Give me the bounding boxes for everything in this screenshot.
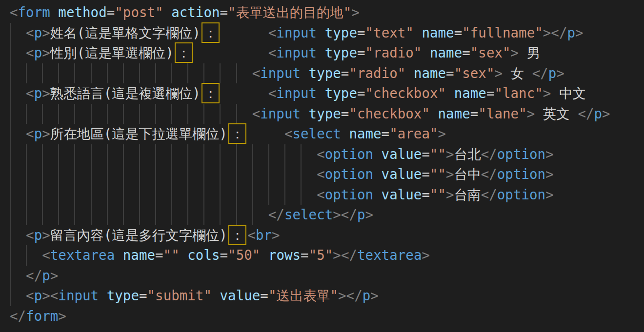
code-run: <form method="post" action="表單送出的目的地"> [10, 2, 360, 23]
token-eq: = [422, 146, 430, 162]
token-pun: < [268, 85, 277, 101]
token-pun: < [317, 187, 325, 202]
token-str: "radio" [365, 45, 422, 60]
token-plain [373, 146, 382, 162]
code-line-16: </form> [0, 306, 644, 327]
code-line-1: <form method="post" action="表單送出的目的地"> [0, 2, 644, 23]
code-editor[interactable]: <form method="post" action="表單送出的目的地"><p… [0, 0, 644, 332]
token-str: "" [430, 187, 446, 202]
token-plain [317, 85, 325, 101]
token-attr: type [107, 288, 139, 303]
indent-guides [10, 104, 237, 124]
token-str: "submit" [147, 288, 212, 303]
token-pun: ></ [333, 207, 357, 222]
token-str: "5" [309, 247, 333, 263]
token-pun: < [284, 126, 293, 141]
token-attr: name [349, 126, 381, 141]
token-pun: > [575, 25, 584, 40]
token-tag: option [325, 187, 373, 202]
indent-guides [10, 164, 302, 185]
token-attr: name [123, 247, 155, 263]
token-plain [212, 288, 220, 303]
token-str: "lanc" [494, 85, 543, 101]
token-pun: < [26, 126, 34, 141]
token-str: "radio" [349, 65, 405, 81]
token-plain [317, 25, 325, 40]
token-pun: > [370, 288, 379, 303]
token-pun: > [602, 106, 610, 121]
token-plain [341, 126, 349, 141]
token-pun: </ [481, 166, 497, 182]
code-run: <input type="checkbox" name="lanc"> 中文 [268, 83, 586, 104]
token-tag: select [284, 207, 333, 222]
token-str: "sex" [454, 65, 495, 81]
code-line-11: </select></p> [0, 205, 644, 225]
token-plain: 台南 [454, 187, 481, 202]
token-pun: </ [10, 308, 26, 324]
code-line-8: <option value="">台北</option> [0, 144, 644, 165]
indent-guides [10, 124, 11, 144]
token-pun: < [26, 85, 34, 101]
token-plain: 所在地區(這是下拉選單欄位) [50, 126, 227, 141]
token-pun: </ [481, 187, 497, 202]
token-eq: = [220, 247, 228, 263]
code-run: <p>所在地區(這是下拉選單欄位)： [26, 124, 247, 144]
indent-guides [10, 63, 237, 84]
token-eq: = [486, 85, 495, 101]
token-pun: </ [532, 65, 548, 81]
token-pun: < [317, 166, 325, 182]
token-pun: > [272, 227, 280, 243]
token-pun: > [351, 4, 360, 20]
token-plain: 姓名(這是單格文字欄位) [50, 25, 201, 40]
token-pun: > [42, 85, 50, 101]
token-plain: 留言內容(這是多行文字欄位) [50, 227, 227, 243]
indent-guides [10, 185, 302, 205]
token-pun: > [545, 187, 554, 202]
token-tag: textarea [357, 247, 422, 263]
indent-guides [10, 205, 253, 225]
token-tag: input [260, 106, 301, 121]
token-pun: > [511, 45, 519, 60]
token-tag: input [276, 25, 317, 40]
token-attr: cols [187, 247, 220, 263]
token-plain [180, 247, 188, 263]
token-pun: < [10, 4, 18, 20]
token-eq: = [107, 4, 115, 20]
token-attr: name [454, 85, 486, 101]
token-eq: = [155, 247, 163, 263]
indent-guides [10, 144, 302, 165]
code-run: <p>留言內容(這是多行文字欄位)：<br> [26, 225, 280, 246]
token-plain: 台北 [454, 146, 481, 162]
token-str: "sex" [470, 45, 511, 60]
token-tag: p [34, 227, 42, 243]
token-pun: < [268, 25, 277, 40]
token-tag: p [34, 288, 42, 303]
token-tag: select [292, 126, 341, 141]
token-attr: name [430, 45, 462, 60]
token-plain [430, 106, 438, 121]
token-plain [373, 166, 382, 182]
token-pun: > [556, 65, 564, 81]
token-str: "checkbox" [349, 106, 430, 121]
token-pun: > [543, 85, 551, 101]
indent-guides [10, 245, 27, 266]
token-pun: > [545, 166, 554, 182]
token-plain [163, 4, 172, 20]
code-line-6: <input type="checkbox" name="lane"> 英文 <… [0, 104, 644, 124]
token-pun: > [438, 126, 446, 141]
code-run: </select></p> [268, 205, 373, 225]
token-str: "post" [115, 4, 163, 20]
code-run: <option value="">台北</option> [317, 144, 554, 165]
token-tag: p [362, 288, 371, 303]
code-run: <input type="checkbox" name="lane"> 英文 <… [252, 104, 610, 124]
token-str: "area" [389, 126, 438, 141]
token-attr: value [382, 187, 422, 202]
code-line-14: </p> [0, 266, 644, 286]
token-eq: = [382, 126, 390, 141]
token-attr: value [220, 288, 261, 303]
token-plain [414, 25, 422, 40]
token-pun: < [42, 247, 50, 263]
token-pun: > [42, 126, 50, 141]
token-pun: </ [26, 268, 42, 283]
code-run: <p><input type="submit" value="送出表單"></p… [26, 286, 379, 306]
